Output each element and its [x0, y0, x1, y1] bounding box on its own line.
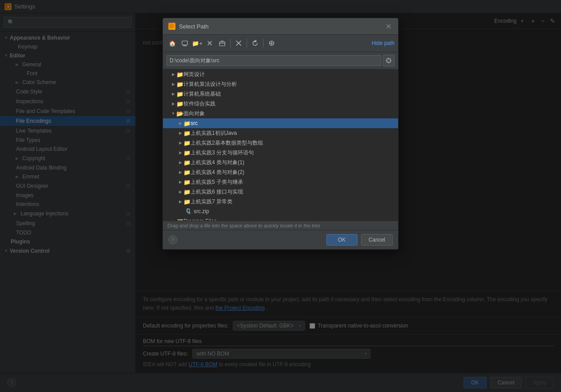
collapse-arrow: ▶ [177, 159, 183, 166]
tree-item-sjsj4-1[interactable]: ▶ 📁 上机实践4 类与对象(1) [163, 158, 398, 167]
path-browse-btn[interactable] [383, 55, 394, 66]
folder-icon: 📁 [183, 169, 191, 176]
home-btn[interactable]: 🏠 [167, 37, 178, 49]
dialog-titlebar: Select Path ✕ [163, 18, 398, 35]
folder-icon: 📁 [183, 189, 191, 195]
svg-rect-7 [220, 42, 225, 46]
collapse-arrow: ▶ [177, 169, 183, 175]
tree-item-sjsj5[interactable]: ▶ 📁 上机实践5 子类与继承 [163, 177, 398, 187]
tree-item-sjsj3[interactable]: ▶ 📁 上机实践3 分支与循环语句 [163, 148, 398, 158]
collapse-arrow: ▶ [177, 198, 183, 205]
svg-rect-3 [182, 41, 187, 45]
dialog-footer: ? OK Cancel [163, 230, 398, 249]
tree-item-sjsj2[interactable]: ▶ 📁 上机实践2基本数据类型与数组 [163, 138, 398, 148]
cancel-selection-btn[interactable] [233, 37, 244, 49]
new-folder-btn[interactable]: 📁+ [191, 37, 203, 49]
tree-item-sjsj7[interactable]: ▶ 📁 上机实践7 异常类 [163, 197, 398, 206]
dialog-toolbar: 🏠 📁+ Hide path [163, 35, 398, 52]
folder-icon: 📁 [176, 91, 183, 97]
collapse-arrow: ▶ [170, 91, 176, 97]
tree-item-jsjxtjc[interactable]: ▶ 📁 计算机系统基础 [163, 89, 398, 99]
collapse-arrow: ▼ [170, 110, 176, 117]
dialog-close-button[interactable]: ✕ [384, 22, 393, 31]
collapse-arrow: ▶ [177, 179, 183, 185]
dialog-help-button[interactable]: ? [168, 235, 177, 244]
refresh-btn[interactable] [249, 37, 261, 49]
dialog-file-tree: ▶ 📁 网页设计 ▶ 📁 计算机算法设计与分析 ▶ 📁 计算机系统基础 ▶ 📁 … [163, 69, 398, 221]
dialog-title: Select Path [179, 23, 384, 30]
folder-icon: 📁 [176, 71, 183, 78]
collapse-arrow: ▶ [177, 140, 183, 146]
dialog-cancel-button[interactable]: Cancel [361, 234, 393, 246]
new-dir-btn[interactable] [216, 37, 228, 49]
folder-icon: 📁 [176, 81, 183, 88]
delete-btn[interactable] [204, 37, 215, 49]
dialog-hint: Drag and drop a file into the space abov… [163, 221, 398, 230]
tree-item-src[interactable]: ▶ 📁 src [163, 118, 398, 128]
dialog-ok-button[interactable]: OK [326, 234, 358, 246]
toolbar-sep-2 [247, 39, 247, 48]
folder-icon: 📂 [176, 110, 183, 117]
hide-path-btn[interactable]: Hide path [372, 40, 394, 46]
tree-item-program-files[interactable]: ▶ 📁 Program Files [163, 216, 398, 221]
collapse-arrow: ▶ [177, 130, 183, 136]
tree-item-mxdd[interactable]: ▼ 📂 面向对象 [163, 109, 398, 118]
dialog-overlay: Select Path ✕ 🏠 📁+ [0, 0, 561, 392]
collapse-arrow: ▶ [177, 189, 183, 195]
toolbar-sep-3 [263, 39, 264, 48]
tree-item-wangyesheji[interactable]: ▶ 📁 网页设计 [163, 69, 398, 79]
folder-icon: 📁 [183, 150, 191, 156]
tree-item-sjsj4-2[interactable]: ▶ 📁 上机实践4 类与对象(2) [163, 167, 398, 177]
collapse-arrow: ▶ [170, 101, 176, 107]
tree-item-rjzhsj[interactable]: ▶ 📁 软件综合实践 [163, 99, 398, 109]
desktop-btn[interactable] [179, 37, 191, 49]
folder-icon: 📁 [176, 101, 183, 107]
path-input-row [163, 52, 398, 69]
locate-btn[interactable] [266, 37, 277, 49]
svg-point-2 [170, 24, 174, 28]
tree-item-sjsj1[interactable]: ▶ 📁 上机实践1初识Java [163, 128, 398, 138]
collapse-arrow: ▶ [177, 120, 183, 126]
collapse-arrow: ▶ [177, 150, 183, 156]
collapse-arrow: ▶ [170, 81, 176, 87]
file-icon: 🗜️ [185, 208, 192, 214]
path-input[interactable] [167, 55, 381, 66]
folder-icon: 📁 [183, 120, 191, 127]
tree-item-sjsj6[interactable]: ▶ 📁 上机实践6 接口与实现 [163, 187, 398, 197]
select-path-dialog: Select Path ✕ 🏠 📁+ [163, 18, 398, 250]
toolbar-sep [230, 39, 231, 48]
tree-item-srczip[interactable]: ▶ 🗜️ src.zip [163, 206, 398, 216]
dialog-app-icon [168, 23, 175, 30]
tree-item-jsfx[interactable]: ▶ 📁 计算机算法设计与分析 [163, 79, 398, 89]
folder-icon: 📁 [183, 179, 191, 186]
folder-icon: 📁 [183, 198, 191, 205]
folder-icon: 📁 [183, 130, 191, 137]
folder-icon: 📁 [183, 140, 191, 146]
folder-icon: 📁 [183, 159, 191, 166]
collapse-arrow: ▶ [170, 71, 176, 77]
